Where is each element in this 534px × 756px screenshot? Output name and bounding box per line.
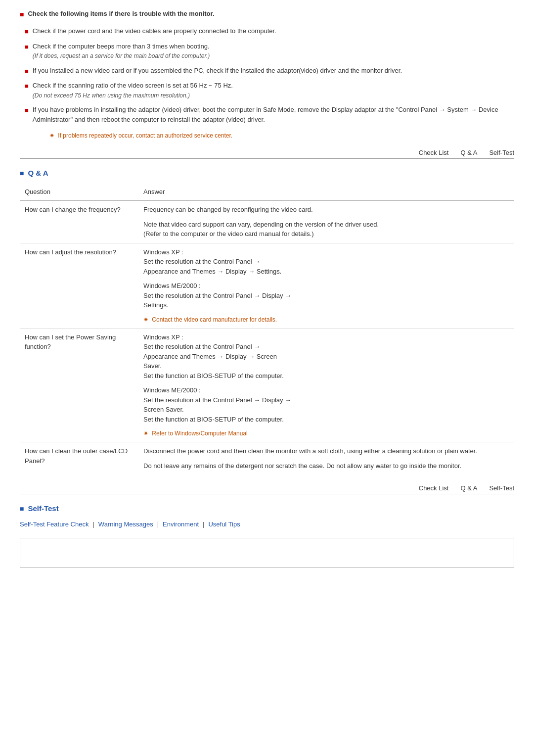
qa-section-icon: ■: [20, 169, 24, 177]
answer-block: Frequency can be changed by reconfigurin…: [143, 205, 509, 215]
bullet-icon: ■: [25, 27, 29, 37]
qa-question: How can I clean the outer case/LCD Panel…: [20, 442, 138, 475]
list-item-text: If you installed a new video card or if …: [33, 66, 402, 76]
asterisk-note: ✷ If problems repeatedly occur, contact …: [49, 132, 514, 139]
list-item: ■ Check if the scanning ratio of the vid…: [25, 81, 514, 100]
list-item: ■ Check if the computer beeps more than …: [25, 42, 514, 61]
answer-link-block: ✷ Contact the video card manufacturer fo…: [143, 315, 509, 324]
answer-text: Windows XP :Set the resolution at the Co…: [143, 248, 281, 275]
qa-answer: Windows XP :Set the resolution at the Co…: [138, 243, 514, 328]
answer-text: Windows XP :Set the resolution at the Co…: [143, 333, 284, 379]
bullet-icon: ■: [25, 42, 29, 52]
table-row: How can I clean the outer case/LCD Panel…: [20, 442, 514, 475]
tab-check-list-1[interactable]: Check List: [419, 149, 449, 156]
answer-text: Windows ME/2000 :Set the resolution at t…: [143, 386, 291, 423]
useful-tips-link[interactable]: Useful Tips: [208, 520, 240, 528]
qa-question: How can I set the Power Saving function?: [20, 328, 138, 442]
check-header-icon: ■: [20, 10, 24, 18]
warning-messages-link[interactable]: Warning Messages: [98, 520, 153, 528]
tab-check-list-2[interactable]: Check List: [419, 484, 449, 492]
self-test-links: Self-Test Feature Check | Warning Messag…: [20, 520, 514, 528]
answer-block: Windows XP :Set the resolution at the Co…: [143, 332, 509, 381]
nav-tabs-2: Check List Q & A Self-Test: [20, 484, 514, 494]
list-item-text: If you have problems in installing the a…: [33, 105, 514, 124]
qa-question: How can I change the frequency?: [20, 201, 138, 243]
table-row: How can I adjust the resolution? Windows…: [20, 243, 514, 328]
self-test-section-header: ■ Self-Test: [20, 504, 514, 513]
tab-qa-2[interactable]: Q & A: [460, 484, 477, 492]
self-test-title: Self-Test: [28, 504, 58, 513]
environment-link[interactable]: Environment: [163, 520, 199, 528]
list-item: ■ Check if the power cord and the video …: [25, 26, 514, 37]
qa-answer: Windows XP :Set the resolution at the Co…: [138, 328, 514, 442]
bottom-box: [20, 538, 514, 567]
check-header: ■ Check the following items if there is …: [20, 10, 514, 18]
answer-block: Note that video card support can vary, d…: [143, 220, 509, 239]
answer-block: Windows ME/2000 :Set the resolution at t…: [143, 281, 509, 310]
qa-section-title: Q & A: [28, 169, 48, 177]
qa-header-row: Question Answer: [20, 185, 514, 201]
tab-qa-1[interactable]: Q & A: [460, 149, 477, 156]
qa-section-header: ■ Q & A: [20, 169, 514, 177]
table-row: How can I set the Power Saving function?…: [20, 328, 514, 442]
bullet-icon: ■: [25, 105, 29, 115]
check-header-text: Check the following items if there is tr…: [28, 10, 214, 17]
nav-tabs-1: Check List Q & A Self-Test: [20, 149, 514, 159]
list-item-text: Check if the computer beeps more than 3 …: [33, 42, 210, 61]
qa-answer: Frequency can be changed by reconfigurin…: [138, 201, 514, 243]
list-item-text: Check if the scanning ratio of the video…: [33, 81, 233, 100]
bullet-icon: ■: [25, 81, 29, 91]
self-test-icon: ■: [20, 505, 24, 513]
qa-table: Question Answer How can I change the fre…: [20, 185, 514, 474]
answer-link-block: ✷ Refer to Windows/Computer Manual: [143, 429, 509, 438]
qa-question: How can I adjust the resolution?: [20, 243, 138, 328]
bullet-icon: ■: [25, 66, 29, 76]
service-center-link[interactable]: If problems repeatedly occur, contact an…: [58, 132, 232, 139]
answer-block: Do not leave any remains of the detergen…: [143, 461, 509, 471]
col-answer: Answer: [138, 185, 514, 201]
check-list: ■ Check if the power cord and the video …: [25, 26, 514, 124]
answer-block: Windows ME/2000 :Set the resolution at t…: [143, 385, 509, 424]
answer-text: Do not leave any remains of the detergen…: [143, 462, 461, 470]
self-test-feature-check-link[interactable]: Self-Test Feature Check: [20, 520, 89, 528]
answer-block: Windows XP :Set the resolution at the Co…: [143, 247, 509, 277]
answer-text: Disconnect the power cord and then clean…: [143, 447, 477, 455]
windows-manual-link[interactable]: Refer to Windows/Computer Manual: [152, 430, 247, 437]
answer-block: Disconnect the power cord and then clean…: [143, 446, 509, 456]
answer-text: Windows ME/2000 :Set the resolution at t…: [143, 282, 291, 309]
col-question: Question: [20, 185, 138, 201]
tab-self-test-1[interactable]: Self-Test: [489, 149, 514, 156]
table-row: How can I change the frequency? Frequenc…: [20, 201, 514, 243]
list-item: ■ If you have problems in installing the…: [25, 105, 514, 124]
qa-answer: Disconnect the power cord and then clean…: [138, 442, 514, 475]
video-card-link[interactable]: Contact the video card manufacturer for …: [152, 316, 277, 323]
list-item-text: Check if the power cord and the video ca…: [33, 26, 276, 36]
answer-text: Frequency can be changed by reconfigurin…: [143, 206, 313, 213]
list-item: ■ If you installed a new video card or i…: [25, 66, 514, 76]
tab-self-test-2[interactable]: Self-Test: [489, 484, 514, 492]
answer-text: Note that video card support can vary, d…: [143, 221, 379, 238]
check-section: ■ Check the following items if there is …: [20, 10, 514, 139]
